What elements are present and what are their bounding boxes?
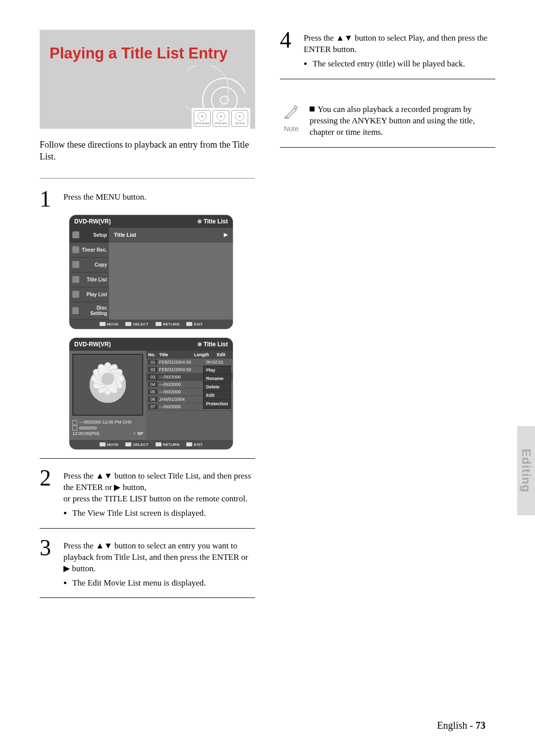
osd-menu-copy: Copy <box>95 262 107 268</box>
step-text: Press the ▲▼ button to select Title List… <box>63 471 251 492</box>
hero-title: Playing a Title List Entry <box>40 30 255 62</box>
osd-footer-keys: MOVE SELECT RETURN EXIT <box>69 320 233 329</box>
osd-menu-timer: Timer Rec. <box>82 247 107 253</box>
osd-edit-popup: Play Rename Delete Edit Protection <box>203 366 231 409</box>
osd-table-header: No. Title Length Edit <box>146 351 233 359</box>
step-bullet: The Edit Movie List menu is displayed. <box>72 578 255 589</box>
divider <box>280 147 495 148</box>
step-text: Press the MENU button. <box>63 189 255 209</box>
osd-menu-titlelist: Title List <box>87 277 107 282</box>
osd-thumbnail <box>72 354 143 416</box>
step-number: 4 <box>280 30 297 70</box>
osd-screen-name: Title List <box>198 218 228 225</box>
intro-text: Follow these directions to playback an e… <box>40 139 255 163</box>
step-text: or press the TITLE LIST button on the re… <box>63 494 247 503</box>
osd-disc-type: DVD-RW(VR) <box>74 341 111 348</box>
badge-dvdrw: DVD-RW <box>213 110 229 127</box>
disc-badges: DVD-RAM DVD-RW DVD-R <box>192 108 250 129</box>
play-icon: ▶ <box>224 232 228 237</box>
divider <box>40 458 255 459</box>
square-bullet-icon <box>310 107 315 111</box>
step-text: Press the ▲▼ button to select an entry y… <box>63 541 248 573</box>
divider <box>40 597 255 598</box>
osd-main-row-label: Title List <box>114 232 136 238</box>
step-number: 3 <box>40 538 56 589</box>
section-tab: Editing <box>517 426 535 515</box>
step-bullet: The selected entry (title) will be playe… <box>313 58 495 70</box>
osd-titlelist-screenshot: DVD-RW(VR) Title List <box>69 338 233 449</box>
osd-menu-screenshot: DVD-RW(VR) Title List Setup Timer Rec. C… <box>69 215 233 329</box>
step-text: Press the ▲▼ button to select Play, and … <box>304 33 487 54</box>
osd-footer-keys: MOVE SELECT RETURN EXIT <box>69 440 233 449</box>
step-bullet: The View Title List screen is displayed. <box>72 508 255 519</box>
step-3: 3 Press the ▲▼ button to select an entry… <box>40 538 255 589</box>
badge-dvdram: DVD-RAM <box>194 110 211 127</box>
divider <box>40 528 255 529</box>
osd-screen-name: Title List <box>198 341 228 348</box>
divider <box>280 79 495 79</box>
divider <box>40 178 255 179</box>
badge-dvdr: DVD-R <box>231 110 248 127</box>
pencil-icon <box>283 103 300 120</box>
note-block: Note You can also playback a recorded pr… <box>280 103 495 138</box>
osd-menu-playlist: Play List <box>87 292 107 297</box>
svg-point-3 <box>186 65 228 114</box>
step-number: 2 <box>40 468 56 519</box>
osd-info-panel: ---/00/2000 12:00 PM CH0 00/00/00 12:00:… <box>69 419 146 440</box>
hero-panel: Playing a Title List Entry DVD-RAM DVD-R… <box>40 30 255 129</box>
osd-menu-discsetting: Disc Setting <box>81 305 107 316</box>
step-4: 4 Press the ▲▼ button to select Play, an… <box>280 30 495 70</box>
step-1: 1 Press the MENU button. <box>40 189 255 209</box>
osd-disc-type: DVD-RW(VR) <box>74 218 111 225</box>
osd-main-area: Title List ▶ <box>109 228 233 320</box>
note-label: Note <box>280 124 303 134</box>
osd-menu-setup: Setup <box>93 232 107 238</box>
svg-point-10 <box>102 373 114 385</box>
page-footer: English - 73 <box>437 720 485 731</box>
osd-side-menu: Setup Timer Rec. Copy Title List Play Li… <box>69 228 109 320</box>
step-number: 1 <box>40 189 56 209</box>
note-text: You can also playback a recorded program… <box>310 105 475 137</box>
step-2: 2 Press the ▲▼ button to select Title Li… <box>40 468 255 519</box>
